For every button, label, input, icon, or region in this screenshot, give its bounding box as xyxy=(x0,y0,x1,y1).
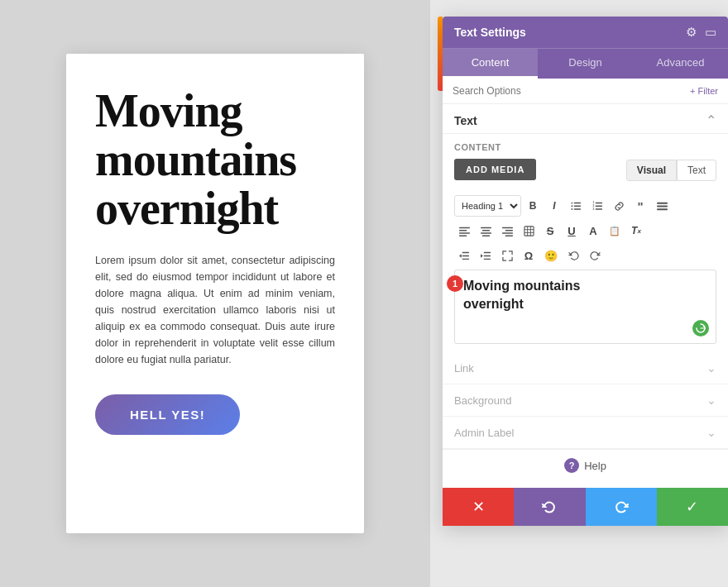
search-input[interactable] xyxy=(453,85,683,97)
editor-content-area[interactable]: 1 Moving mountains overnight xyxy=(454,270,716,344)
settings-icon[interactable]: ⚙ xyxy=(686,25,697,40)
cta-button[interactable]: HELL YES! xyxy=(95,394,240,435)
visual-mode-button[interactable]: Visual xyxy=(626,160,677,181)
link-button[interactable] xyxy=(609,195,629,217)
background-section[interactable]: Background ⌄ xyxy=(443,384,728,417)
svg-point-4 xyxy=(571,205,572,207)
svg-rect-1 xyxy=(573,205,580,206)
admin-label-chevron: ⌄ xyxy=(706,426,716,439)
indent-button[interactable] xyxy=(476,245,496,266)
page-heading: Moving mountains overnight xyxy=(95,87,335,232)
background-section-title: Background xyxy=(454,394,511,407)
reset-button[interactable] xyxy=(514,488,585,526)
align-center-button[interactable] xyxy=(476,220,496,241)
svg-rect-36 xyxy=(483,251,490,252)
panel-title: Text Settings xyxy=(454,26,526,39)
svg-rect-37 xyxy=(483,255,490,255)
italic-button[interactable]: I xyxy=(544,195,564,217)
expand-icon[interactable]: ▭ xyxy=(705,25,716,40)
svg-rect-33 xyxy=(462,255,468,255)
grammarly-icon[interactable] xyxy=(692,320,709,336)
svg-rect-25 xyxy=(502,232,513,233)
admin-label-section-title: Admin Label xyxy=(454,427,514,439)
admin-label-section[interactable]: Admin Label ⌄ xyxy=(443,417,728,449)
link-section[interactable]: Link ⌄ xyxy=(443,352,728,384)
text-color-button[interactable]: A xyxy=(583,220,603,241)
content-section: Content ADD MEDIA Visual Text Heading 1 … xyxy=(443,134,728,352)
svg-rect-38 xyxy=(483,258,490,259)
svg-rect-19 xyxy=(481,227,491,227)
ordered-list-button[interactable]: 123 xyxy=(587,195,607,217)
save-button[interactable]: ✓ xyxy=(657,488,728,526)
svg-rect-27 xyxy=(524,226,533,235)
outdent-button[interactable] xyxy=(454,245,474,266)
help-bar: ? Help xyxy=(443,449,728,481)
help-text: Help xyxy=(584,460,606,472)
page-card: Moving mountains overnight Lorem ipsum d… xyxy=(66,54,364,533)
redo-button[interactable] xyxy=(585,245,605,266)
blockquote-button[interactable]: " xyxy=(630,195,650,217)
svg-rect-8 xyxy=(595,208,601,209)
undo-button[interactable] xyxy=(563,245,583,266)
svg-rect-21 xyxy=(481,232,491,233)
svg-point-3 xyxy=(571,202,572,203)
search-filter-bar: + Filter xyxy=(443,79,728,104)
text-section-header: Text ⌃ xyxy=(443,104,728,134)
tab-design[interactable]: Design xyxy=(538,49,633,79)
heading-select[interactable]: Heading 1 xyxy=(454,195,521,217)
svg-rect-6 xyxy=(595,202,601,203)
editor-mode-buttons: Visual Text xyxy=(626,160,716,181)
align-left-button[interactable] xyxy=(454,220,474,241)
bold-button[interactable]: B xyxy=(523,195,543,217)
align-right-button[interactable] xyxy=(497,220,517,241)
svg-rect-22 xyxy=(481,235,489,236)
filter-button[interactable]: + Filter xyxy=(690,86,718,96)
svg-rect-0 xyxy=(573,202,580,203)
help-icon[interactable]: ? xyxy=(564,458,579,473)
table-button[interactable] xyxy=(519,220,539,241)
svg-rect-2 xyxy=(573,208,580,209)
special-char-button[interactable]: Ω xyxy=(519,245,539,266)
panel-footer: ✕ ✓ xyxy=(443,488,728,526)
svg-rect-17 xyxy=(459,232,470,233)
background-chevron: ⌄ xyxy=(706,394,716,407)
redo-footer-button[interactable] xyxy=(586,488,657,526)
svg-rect-13 xyxy=(657,202,668,203)
text-mode-button[interactable]: Text xyxy=(677,160,716,181)
number-badge: 1 xyxy=(447,275,463,292)
toolbar-row-3: Ω 🙂 xyxy=(454,245,716,266)
text-section-chevron[interactable]: ⌃ xyxy=(706,112,716,128)
svg-rect-14 xyxy=(657,208,668,210)
panel-header-icons: ⚙ ▭ xyxy=(686,25,716,40)
panel-tabs: Content Design Advanced xyxy=(443,48,728,79)
fullscreen-button[interactable] xyxy=(497,245,517,266)
add-media-button[interactable]: ADD MEDIA xyxy=(454,159,536,180)
svg-rect-18 xyxy=(459,235,467,236)
paste-text-button[interactable]: 📋 xyxy=(605,220,625,241)
panel-body: Text ⌃ Content ADD MEDIA Visual Text Hea… xyxy=(443,104,728,488)
svg-rect-32 xyxy=(462,251,468,252)
svg-rect-16 xyxy=(459,230,467,231)
svg-point-5 xyxy=(571,208,572,210)
page-body: Lorem ipsum dolor sit amet, consectetur … xyxy=(95,252,335,368)
svg-rect-7 xyxy=(595,205,601,206)
more-button[interactable] xyxy=(652,195,672,217)
emoji-button[interactable]: 🙂 xyxy=(540,245,562,266)
tab-content[interactable]: Content xyxy=(443,49,538,79)
svg-rect-20 xyxy=(481,230,489,231)
canvas-area: Moving mountains overnight Lorem ipsum d… xyxy=(0,0,430,587)
link-chevron: ⌄ xyxy=(706,361,716,375)
panel-header: Text Settings ⚙ ▭ xyxy=(443,17,728,48)
svg-rect-24 xyxy=(505,230,512,231)
cancel-button[interactable]: ✕ xyxy=(443,488,514,526)
clear-format-button[interactable]: Tx xyxy=(626,220,646,241)
tab-advanced[interactable]: Advanced xyxy=(633,49,728,79)
content-label: Content xyxy=(454,142,716,152)
toolbar-row-2: S U A 📋 Tx xyxy=(454,220,716,241)
text-section-title: Text xyxy=(454,114,477,127)
link-section-title: Link xyxy=(454,362,474,375)
underline-button[interactable]: U xyxy=(562,220,582,241)
svg-rect-26 xyxy=(505,235,512,236)
strikethrough-button[interactable]: S xyxy=(540,220,560,241)
unordered-list-button[interactable] xyxy=(566,195,586,217)
